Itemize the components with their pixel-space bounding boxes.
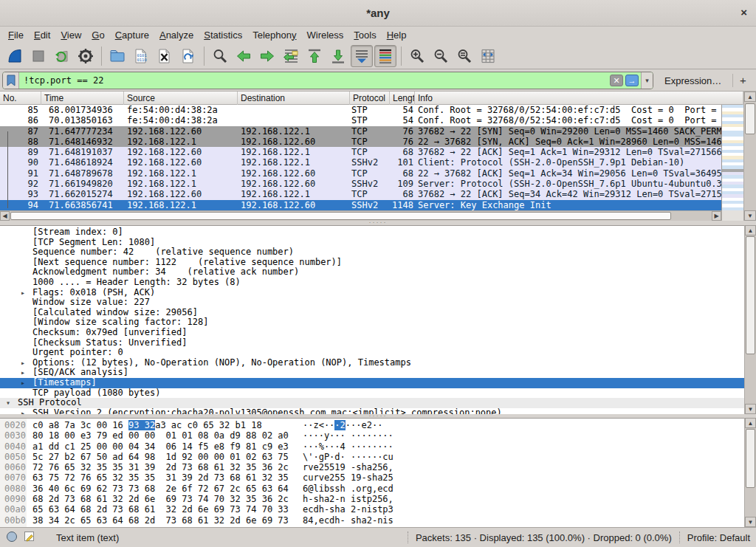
hex-bytes[interactable]: 38 34 2c 65 63 64 68 2d 73 68 61 32 2d 6… bbox=[32, 515, 289, 526]
detail-line[interactable]: TCP payload (1080 bytes) bbox=[0, 388, 744, 399]
detail-line[interactable]: [TCP Segment Len: 1080] bbox=[0, 238, 744, 248]
zoom-reset-button[interactable] bbox=[453, 45, 475, 67]
filter-history-caret-icon[interactable]: ▾ bbox=[641, 72, 653, 89]
column-header-source[interactable]: Source bbox=[124, 92, 238, 105]
column-header-no[interactable]: No. bbox=[0, 92, 41, 105]
scroll-down-icon[interactable]: ▼ bbox=[744, 210, 756, 221]
detail-line[interactable]: ▸[SEQ/ACK analysis] bbox=[0, 368, 744, 378]
detail-line[interactable]: ▸Options: (12 bytes), No-Operation (NOP)… bbox=[0, 358, 744, 368]
packet-row-94[interactable]: 9471.663856741192.168.122.1192.168.122.6… bbox=[0, 200, 721, 210]
menu-go[interactable]: Go bbox=[86, 28, 109, 42]
title-bar[interactable]: *any × bbox=[0, 0, 756, 27]
hex-ascii[interactable]: ecdh-sha 2-nistp3 bbox=[303, 504, 394, 515]
scroll-down-icon[interactable]: ▼ bbox=[745, 517, 756, 527]
detail-line[interactable]: Sequence number: 42 (relative sequence n… bbox=[0, 247, 744, 258]
go-last-button[interactable] bbox=[327, 45, 349, 67]
scrollbar-thumb[interactable] bbox=[10, 212, 671, 220]
expander-closed-icon[interactable]: ▸ bbox=[21, 368, 25, 378]
menu-statistics[interactable]: Statistics bbox=[199, 28, 247, 42]
hex-bytes[interactable]: c0 a8 7a 3c 00 16 93 32 85 a3 ac c0 65 3… bbox=[32, 420, 262, 430]
scrollbar-thumb[interactable] bbox=[746, 236, 755, 354]
hex-row[interactable]: 008036 40 6c 69 62 73 73 68 2e 6f 72 67 … bbox=[0, 484, 744, 494]
hex-bytes[interactable]: a1 dd c1 25 00 00 04 34 06 14 f5 e8 f9 8… bbox=[32, 441, 289, 452]
save-file-button[interactable]: 01010110 bbox=[130, 45, 152, 67]
hex-row[interactable]: 006072 76 65 32 35 35 31 39 2d 73 68 61 … bbox=[0, 462, 744, 472]
hex-row[interactable]: 00b038 34 2c 65 63 64 68 2d 73 68 61 32 … bbox=[0, 515, 744, 526]
scrollbar-thumb[interactable] bbox=[745, 103, 755, 134]
menu-view[interactable]: View bbox=[55, 28, 86, 42]
detail-line[interactable]: ▸Flags: 0x018 (PSH, ACK) bbox=[0, 288, 744, 298]
packet-list-header[interactable]: No.TimeSourceDestinationProtocolLengthIn… bbox=[0, 92, 743, 105]
reload-file-button[interactable] bbox=[177, 45, 199, 67]
menu-edit[interactable]: Edit bbox=[29, 28, 55, 42]
detail-line[interactable]: ▾SSH Protocol bbox=[0, 398, 744, 408]
packet-row-92[interactable]: 9271.661949820192.168.122.1192.168.122.6… bbox=[0, 179, 721, 189]
expander-closed-icon[interactable]: ▸ bbox=[21, 358, 25, 368]
hex-row[interactable]: 0040a1 dd c1 25 00 00 04 34 06 14 f5 e8 … bbox=[0, 441, 744, 452]
menu-help[interactable]: Help bbox=[382, 28, 412, 42]
packet-row-90[interactable]: 9071.648618924192.168.122.60192.168.122.… bbox=[0, 157, 721, 168]
packet-row-86[interactable]: 8670.013850163fe:54:00:d4:38:2aSTP54Conf… bbox=[0, 115, 721, 125]
go-to-packet-button[interactable] bbox=[280, 45, 302, 67]
packet-row-87[interactable]: 8771.647777234192.168.122.60192.168.122.… bbox=[0, 126, 721, 137]
detail-line[interactable]: [Stream index: 0] bbox=[0, 227, 744, 238]
capture-comment-icon[interactable] bbox=[24, 531, 35, 545]
detail-line[interactable]: Urgent pointer: 0 bbox=[0, 348, 744, 358]
colorize-button[interactable] bbox=[374, 45, 396, 67]
hex-ascii[interactable]: \'·gP·d· ······cu bbox=[303, 452, 394, 462]
packet-row-91[interactable]: 9171.648789678192.168.122.1192.168.122.6… bbox=[0, 168, 721, 179]
close-icon[interactable]: × bbox=[740, 6, 747, 18]
hex-ascii[interactable]: h-sha2-n istp256, bbox=[303, 494, 394, 504]
packet-row-93[interactable]: 9371.662015274192.168.122.60192.168.122.… bbox=[0, 189, 721, 199]
expander-open-icon[interactable]: ▾ bbox=[6, 398, 10, 408]
hex-ascii[interactable]: 6@libssh .org,ecd bbox=[303, 484, 394, 494]
hex-ascii[interactable]: ····y··· ········ bbox=[303, 430, 394, 441]
zoom-in-button[interactable] bbox=[406, 45, 428, 67]
scroll-down-icon[interactable]: ▼ bbox=[745, 404, 756, 414]
column-header-time[interactable]: Time bbox=[41, 92, 124, 105]
menu-analyze[interactable]: Analyze bbox=[154, 28, 199, 42]
expander-closed-icon[interactable]: ▸ bbox=[21, 288, 25, 298]
hex-row[interactable]: 007063 75 72 76 65 32 35 35 31 39 2d 73 … bbox=[0, 472, 744, 483]
hex-ascii[interactable]: 84,ecdh- sha2-nis bbox=[303, 515, 394, 526]
restart-capture-button[interactable] bbox=[51, 45, 73, 67]
hex-row[interactable]: 00a065 63 64 68 2d 73 68 61 32 2d 6e 69 … bbox=[0, 504, 744, 515]
start-capture-button[interactable] bbox=[4, 45, 26, 67]
details-vscrollbar[interactable]: ▲ ▼ bbox=[744, 225, 756, 414]
expression-button[interactable]: Expression… bbox=[664, 75, 721, 86]
detail-line[interactable]: 1000 .... = Header Length: 32 bytes (8) bbox=[0, 278, 744, 288]
detail-line[interactable]: Acknowledgment number: 34 (relative ack … bbox=[0, 267, 744, 278]
expert-info-icon[interactable] bbox=[6, 531, 18, 545]
zoom-out-button[interactable] bbox=[430, 45, 452, 67]
detail-line[interactable]: [Checksum Status: Unverified] bbox=[0, 338, 744, 348]
find-packet-button[interactable] bbox=[209, 45, 231, 67]
resize-columns-button[interactable] bbox=[477, 45, 499, 67]
hex-ascii[interactable]: rve25519 -sha256, bbox=[303, 462, 394, 472]
display-filter-input[interactable]: !tcp.port == 22 bbox=[19, 75, 610, 86]
display-filter-field[interactable]: !tcp.port == 22 ✕ → ▾ bbox=[2, 72, 653, 89]
add-filter-button[interactable]: + bbox=[740, 74, 746, 86]
scroll-up-icon[interactable]: ▲ bbox=[744, 92, 756, 102]
hex-bytes[interactable]: 72 76 65 32 35 35 31 39 2d 73 68 61 32 3… bbox=[32, 462, 289, 472]
close-file-button[interactable] bbox=[154, 45, 176, 67]
scroll-right-icon[interactable]: ▶ bbox=[712, 211, 721, 221]
filter-clear-icon[interactable]: ✕ bbox=[610, 75, 623, 86]
expander-closed-icon[interactable]: ▸ bbox=[21, 378, 25, 388]
hex-ascii[interactable]: ···%···4 ········ bbox=[303, 441, 394, 452]
hex-bytes[interactable]: 68 2d 73 68 61 32 2d 6e 69 73 74 70 32 3… bbox=[32, 494, 289, 504]
hex-bytes[interactable]: 63 75 72 76 65 32 35 35 31 39 2d 73 68 6… bbox=[32, 472, 289, 483]
scrollbar-thumb[interactable] bbox=[746, 429, 755, 488]
menu-capture[interactable]: Capture bbox=[110, 28, 154, 42]
profile-status[interactable]: Profile: Default bbox=[687, 532, 750, 543]
go-back-button[interactable] bbox=[233, 45, 255, 67]
capture-options-gear-button[interactable] bbox=[75, 45, 97, 67]
column-header-protocol[interactable]: Protocol bbox=[350, 92, 390, 105]
packet-row-88[interactable]: 8871.648146932192.168.122.1192.168.122.6… bbox=[0, 137, 721, 147]
hex-row[interactable]: 009068 2d 73 68 61 32 2d 6e 69 73 74 70 … bbox=[0, 494, 744, 504]
go-first-button[interactable] bbox=[303, 45, 326, 67]
hex-row[interactable]: 0020c0 a8 7a 3c 00 16 93 32 85 a3 ac c0 … bbox=[0, 420, 744, 430]
detail-line[interactable]: [Next sequence number: 1122 (relative se… bbox=[0, 258, 744, 268]
menu-telephony[interactable]: Telephony bbox=[247, 28, 301, 42]
hex-bytes[interactable]: 5c 27 b2 67 50 ad 64 98 1d 92 00 00 01 0… bbox=[32, 452, 289, 462]
hex-ascii[interactable]: curve255 19-sha25 bbox=[303, 472, 394, 483]
